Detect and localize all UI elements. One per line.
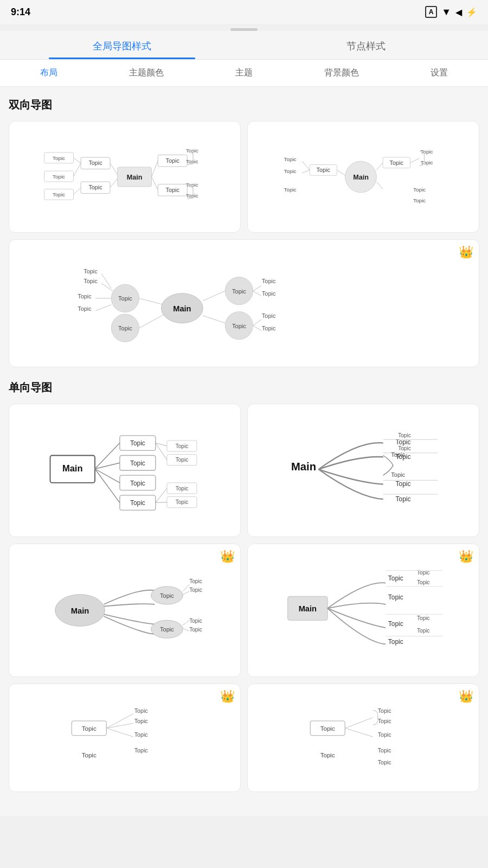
svg-text:Main: Main (299, 604, 317, 613)
svg-text:Topic: Topic (262, 325, 276, 331)
svg-text:Topic: Topic (420, 159, 433, 165)
section-unidirectional-title: 单向导图 (9, 380, 479, 395)
subtab-theme-color[interactable]: 主题颜色 (98, 62, 195, 84)
svg-text:Topic: Topic (391, 451, 405, 458)
svg-line-102 (156, 488, 167, 503)
mindmap-bd2: Topic Topic Topic Topic Main Topic (254, 128, 472, 226)
svg-text:Topic: Topic (284, 187, 296, 193)
svg-text:Topic: Topic (232, 323, 246, 329)
card-unidirectional-rect-curve[interactable]: 👑 Main Topic Topic Topic Topic (247, 544, 479, 677)
tab-global-style[interactable]: 全局导图样式 (0, 31, 244, 59)
svg-text:Topic: Topic (134, 718, 149, 724)
subtab-theme[interactable]: 主题 (195, 62, 293, 84)
svg-text:Topic: Topic (413, 197, 426, 203)
svg-text:Topic: Topic (53, 192, 65, 197)
svg-text:Topic: Topic (388, 575, 403, 582)
svg-text:Topic: Topic (398, 445, 411, 451)
card-unidirectional-partial1[interactable]: 👑 Topic Topic Topic Topic Topic Topic (9, 684, 241, 792)
svg-line-68 (203, 291, 225, 301)
bidirectional-cards-grid: Topic Topic Topic Topic Topic (9, 121, 479, 367)
svg-text:Topic: Topic (388, 593, 403, 601)
svg-line-97 (95, 463, 120, 469)
card-bidirectional-circle-large[interactable]: 👑 Topic Topic Topic Topic T (9, 239, 479, 367)
svg-text:Topic: Topic (189, 587, 202, 593)
tab-node-style[interactable]: 节点样式 (244, 31, 488, 59)
card-bidirectional-rect[interactable]: Topic Topic Topic Topic Topic (9, 121, 241, 233)
svg-text:Main: Main (353, 174, 369, 181)
svg-text:Topic: Topic (417, 579, 430, 585)
svg-line-99 (95, 469, 120, 502)
card-unidirectional-curve[interactable]: Main Topic Topic Topic Topic (247, 404, 479, 537)
svg-text:Topic: Topic (88, 159, 102, 166)
svg-text:Topic: Topic (176, 457, 189, 463)
svg-text:Topic: Topic (166, 187, 180, 193)
card-unidirectional-partial2[interactable]: 👑 Topic Topic Topic Topic Topic Topic To (247, 684, 479, 792)
svg-text:Topic: Topic (390, 159, 404, 166)
svg-text:Topic: Topic (388, 638, 403, 646)
svg-text:Topic: Topic (130, 439, 145, 447)
card-unidirectional-rect[interactable]: Main Topic Topic Topic Topic Topic (9, 404, 241, 537)
svg-text:Topic: Topic (320, 725, 335, 732)
svg-text:Topic: Topic (53, 174, 65, 180)
svg-text:Topic: Topic (262, 278, 276, 284)
svg-text:Topic: Topic (189, 618, 202, 624)
mindmap-ud3: Main Topic Topic Topic Topic Topic Top (16, 551, 234, 670)
svg-text:Topic: Topic (130, 480, 145, 487)
svg-line-55 (95, 305, 111, 311)
svg-line-76 (253, 320, 261, 326)
premium-badge-ud3: 👑 (220, 550, 235, 564)
svg-text:Topic: Topic (378, 707, 392, 714)
mindmap-ud6: Topic Topic Topic Topic Topic Topic Topi… (254, 694, 472, 781)
svg-line-98 (95, 469, 120, 483)
svg-text:Topic: Topic (391, 471, 405, 478)
svg-text:Topic: Topic (53, 155, 65, 161)
svg-text:Main: Main (62, 463, 83, 473)
svg-text:Topic: Topic (84, 268, 98, 275)
subtab-layout[interactable]: 布局 (0, 62, 98, 84)
svg-text:Topic: Topic (160, 592, 174, 599)
premium-badge-ud5: 👑 (220, 690, 235, 704)
svg-text:Topic: Topic (396, 495, 411, 503)
svg-line-61 (101, 273, 111, 288)
svg-text:Topic: Topic (82, 725, 97, 732)
svg-text:Topic: Topic (78, 293, 92, 299)
battery-icon: ⚡ (466, 7, 477, 17)
svg-text:Topic: Topic (130, 499, 145, 507)
section-bidirectional-title: 双向导图 (9, 98, 479, 112)
wifi-icon: ▼ (441, 7, 451, 18)
subtab-settings[interactable]: 设置 (390, 62, 488, 84)
svg-line-33 (303, 161, 310, 170)
status-icons: A ▼ ◀ ⚡ (425, 6, 477, 18)
svg-line-77 (253, 326, 261, 330)
svg-line-75 (253, 291, 261, 296)
section-bidirectional: 双向导图 Topic Topic Topic Topic Topic (9, 98, 479, 367)
svg-text:Topic: Topic (118, 295, 132, 302)
svg-text:Main: Main (291, 461, 316, 473)
svg-line-127 (183, 584, 189, 591)
mindmap-ud2: Main Topic Topic Topic Topic (254, 411, 472, 530)
mindmap-bd1: Topic Topic Topic Topic Topic (16, 128, 234, 226)
svg-line-57 (139, 315, 164, 328)
card-bidirectional-circle[interactable]: Topic Topic Topic Topic Main Topic (247, 121, 479, 233)
svg-line-56 (139, 298, 164, 305)
svg-text:Topic: Topic (189, 578, 202, 584)
svg-text:Main: Main (127, 174, 143, 181)
mindmap-ud4: Main Topic Topic Topic Topic Topic Topic… (254, 551, 472, 670)
svg-line-103 (156, 502, 167, 503)
svg-text:Topic: Topic (82, 752, 97, 758)
section-unidirectional: 单向导图 Main Topic Topic Topic (9, 380, 479, 792)
svg-text:Topic: Topic (284, 168, 296, 174)
svg-text:Topic: Topic (88, 184, 102, 190)
svg-line-128 (183, 591, 189, 595)
svg-text:Topic: Topic (232, 288, 246, 295)
card-unidirectional-ellipse[interactable]: 👑 Main Topic Topic Topic (9, 544, 241, 677)
status-time: 9:14 (11, 7, 30, 18)
premium-badge: 👑 (459, 245, 473, 259)
svg-text:Topic: Topic (166, 157, 180, 164)
svg-text:Topic: Topic (134, 731, 149, 738)
subtab-bg-color[interactable]: 背景颜色 (293, 62, 390, 84)
unidirectional-cards-grid: Main Topic Topic Topic Topic Topic (9, 404, 479, 792)
svg-text:Topic: Topic (186, 148, 198, 154)
svg-line-21 (152, 161, 158, 177)
mindmap-bd3: Topic Topic Topic Topic Topic Topic (16, 246, 472, 360)
